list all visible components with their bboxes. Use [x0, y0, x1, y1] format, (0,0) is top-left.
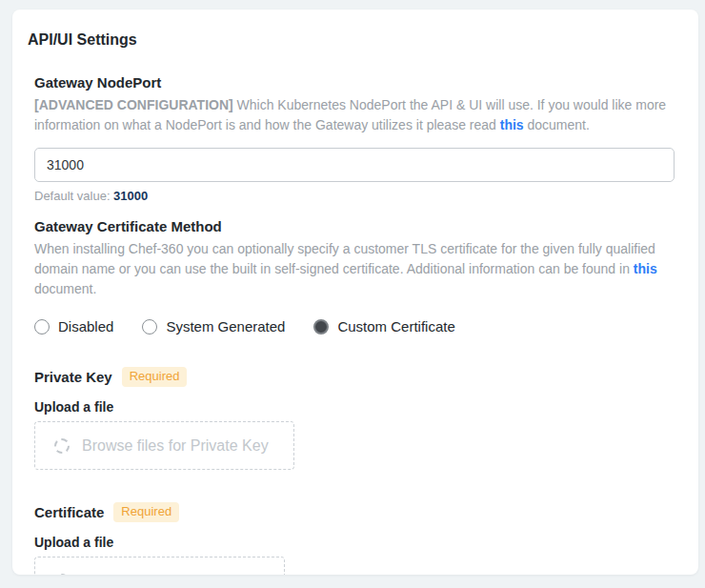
private-key-upload-label: Upload a file [34, 399, 675, 416]
browse-certificate-button[interactable]: Browse files for Certificate [34, 557, 285, 575]
advanced-configuration-tag: [ADVANCED CONFIGURATION] [34, 97, 233, 112]
gateway-certificate-method-field: Gateway Certificate Method When installi… [34, 218, 675, 335]
gateway-nodeport-label: Gateway NodePort [34, 74, 675, 91]
api-ui-settings-card: API/UI Settings Gateway NodePort [ADVANC… [12, 10, 698, 575]
radio-button-unchecked-icon[interactable] [34, 319, 50, 335]
gateway-certificate-method-label: Gateway Certificate Method [34, 218, 675, 235]
nodeport-doc-link[interactable]: this [500, 117, 524, 132]
certificate-upload-field: Certificate Required Upload a file Brows… [34, 502, 675, 575]
radio-option-system-generated[interactable]: System Generated [142, 318, 285, 335]
gateway-certificate-method-description: When installing Chef-360 you can optiona… [34, 239, 675, 299]
gateway-nodeport-input[interactable] [34, 148, 675, 182]
page-title: API/UI Settings [28, 30, 698, 49]
required-badge: Required [113, 502, 179, 522]
radio-option-disabled[interactable]: Disabled [34, 318, 113, 335]
browse-private-key-label: Browse files for Private Key [82, 436, 269, 455]
dashed-circle-upload-icon [54, 574, 70, 576]
certificate-method-radio-group: Disabled System Generated Custom Certifi… [34, 318, 675, 335]
gateway-nodeport-field: Gateway NodePort [ADVANCED CONFIGURATION… [34, 74, 675, 204]
radio-button-checked-icon[interactable] [313, 319, 329, 335]
browse-private-key-button[interactable]: Browse files for Private Key [34, 421, 294, 470]
private-key-label-row: Private Key Required [34, 367, 675, 387]
private-key-upload-field: Private Key Required Upload a file Brows… [34, 367, 675, 470]
default-value: 31000 [113, 189, 148, 203]
certificate-label: Certificate [34, 504, 104, 521]
default-value-row: Default value: 31000 [34, 189, 675, 204]
certificate-doc-link[interactable]: this [634, 261, 657, 276]
browse-certificate-label: Browse files for Certificate [82, 572, 259, 575]
settings-form: Gateway NodePort [ADVANCED CONFIGURATION… [34, 74, 675, 575]
private-key-label: Private Key [34, 369, 112, 386]
radio-option-custom-certificate[interactable]: Custom Certificate [313, 318, 454, 335]
dashed-circle-upload-icon [54, 438, 70, 454]
radio-button-unchecked-icon[interactable] [142, 319, 157, 335]
required-badge: Required [122, 367, 188, 387]
certificate-upload-label: Upload a file [34, 535, 675, 551]
certificate-label-row: Certificate Required [34, 502, 675, 522]
default-value-label: Default value: [34, 189, 113, 203]
gateway-nodeport-description: [ADVANCED CONFIGURATION] Which Kubernete… [34, 95, 675, 135]
